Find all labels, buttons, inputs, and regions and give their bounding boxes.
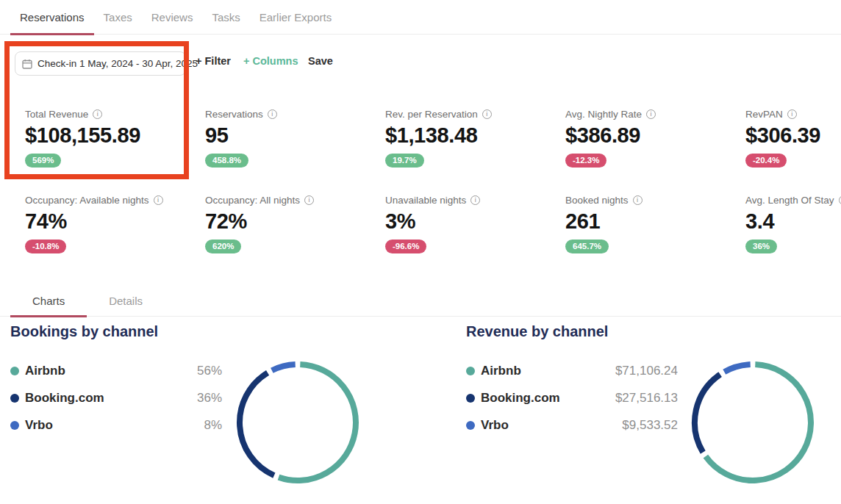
info-icon[interactable]: i <box>633 195 643 205</box>
kpi-card-occupancy-available-nights: Occupancy: Available nightsi74%-10.8% <box>25 195 205 253</box>
add-columns-button[interactable]: + Columns <box>243 55 298 67</box>
tab-tasks[interactable]: Tasks <box>202 0 249 35</box>
kpi-label: Booked nightsi <box>565 195 745 206</box>
add-filter-button[interactable]: + Filter <box>196 55 231 67</box>
kpi-trend-badge: 19.7% <box>385 154 424 168</box>
kpi-card-occupancy-all-nights: Occupancy: All nightsi72%620% <box>205 195 385 253</box>
kpi-value: $306.39 <box>745 123 841 148</box>
kpi-card-unavailable-nights: Unavailable nightsi3%-96.6% <box>385 195 565 253</box>
kpi-card-booked-nights: Booked nightsi261645.7% <box>565 195 745 253</box>
info-icon[interactable]: i <box>154 195 163 205</box>
donut-segment-airbnb[interactable] <box>706 364 811 480</box>
kpi-label: Rev. per Reservationi <box>385 109 565 120</box>
kpi-card-total-revenue: Total Revenuei$108,155.89569% <box>25 109 205 168</box>
kpi-trend-badge: 36% <box>745 240 777 253</box>
legend-dot <box>466 394 475 403</box>
kpi-value: 72% <box>205 209 385 234</box>
legend-item-airbnb: Airbnb56% <box>10 357 222 384</box>
kpi-label: Avg. Nightly Ratei <box>565 109 745 120</box>
legend-dot <box>10 421 19 430</box>
legend-label: Booking.com <box>25 391 104 406</box>
tab-reservations[interactable]: Reservations <box>10 0 94 35</box>
save-button[interactable]: Save <box>308 55 333 67</box>
kpi-value: $108,155.89 <box>25 123 205 148</box>
kpi-label-text: Total Revenue <box>25 109 88 120</box>
kpi-label-text: RevPAN <box>745 109 783 120</box>
kpi-trend-badge: -10.8% <box>25 240 66 253</box>
kpi-label: Occupancy: Available nightsi <box>25 195 205 206</box>
kpi-trend-badge: -20.4% <box>745 154 787 168</box>
kpi-label: RevPANi <box>745 109 841 120</box>
bookings-by-channel-title: Bookings by channel <box>10 323 158 340</box>
info-icon[interactable]: i <box>646 109 656 119</box>
kpi-row-2: Occupancy: Available nightsi74%-10.8%Occ… <box>25 195 841 253</box>
main-tabbar: ReservationsTaxesReviewsTasksEarlier Exp… <box>0 0 841 35</box>
legend-value: $27,516.13 <box>615 391 678 406</box>
legend-label: Airbnb <box>25 364 65 378</box>
donut-segment-booking-com[interactable] <box>240 372 274 475</box>
legend-value: $71,106.24 <box>615 364 678 378</box>
kpi-label-text: Reservations <box>205 109 263 120</box>
kpi-value: $386.89 <box>565 123 745 148</box>
tab-earlier-exports[interactable]: Earlier Exports <box>250 0 341 35</box>
bookings-by-channel-donut-chart[interactable] <box>233 358 362 487</box>
kpi-row-1: Total Revenuei$108,155.89569%Reservation… <box>25 109 841 168</box>
legend-item-booking-com: Booking.com$27,516.13 <box>466 384 678 411</box>
date-range-value: Check-in 1 May, 2024 - 30 Apr, 2025 <box>37 58 198 69</box>
legend-dot <box>10 367 19 375</box>
kpi-trend-badge: 458.8% <box>205 154 248 168</box>
info-icon[interactable]: i <box>268 109 277 119</box>
subtab-details[interactable]: Details <box>87 285 165 317</box>
kpi-trend-badge: 620% <box>205 240 241 253</box>
kpi-value: 74% <box>25 209 205 234</box>
info-icon[interactable]: i <box>304 195 314 205</box>
legend-label: Vrbo <box>25 418 53 433</box>
donut-segment-booking-com[interactable] <box>695 375 720 453</box>
kpi-label-text: Occupancy: All nights <box>205 195 300 206</box>
legend-value: 56% <box>197 364 222 378</box>
subtab-charts[interactable]: Charts <box>10 285 87 317</box>
tab-taxes[interactable]: Taxes <box>94 0 142 35</box>
revenue-by-channel-donut-chart[interactable] <box>688 358 817 487</box>
kpi-card-rev-per-reservation: Rev. per Reservationi$1,138.4819.7% <box>385 109 565 168</box>
legend-label: Booking.com <box>481 391 560 406</box>
kpi-trend-badge: 569% <box>25 154 61 168</box>
kpi-value: 3% <box>385 209 565 234</box>
date-range-input[interactable]: Check-in 1 May, 2024 - 30 Apr, 2025 <box>15 51 186 76</box>
kpi-card-revpan: RevPANi$306.39-20.4% <box>745 109 841 168</box>
kpi-card-avg-nightly-rate: Avg. Nightly Ratei$386.89-12.3% <box>565 109 745 168</box>
kpi-trend-badge: -96.6% <box>385 240 426 253</box>
kpi-label-text: Booked nights <box>565 195 629 206</box>
legend-dot <box>466 421 475 430</box>
info-icon[interactable]: i <box>839 195 841 205</box>
legend-label: Vrbo <box>481 418 509 433</box>
donut-segment-vrbo[interactable] <box>724 364 750 372</box>
tab-reviews[interactable]: Reviews <box>142 0 203 35</box>
legend-item-airbnb: Airbnb$71,106.24 <box>466 357 678 384</box>
info-icon[interactable]: i <box>787 109 797 119</box>
reservations-dashboard: ReservationsTaxesReviewsTasksEarlier Exp… <box>0 0 841 504</box>
kpi-label: Total Revenuei <box>25 109 205 120</box>
revenue-by-channel-legend: Airbnb$71,106.24Booking.com$27,516.13Vrb… <box>466 357 678 439</box>
kpi-card-avg-length-of-stay: Avg. Length Of Stayi3.436% <box>745 195 841 253</box>
info-icon[interactable]: i <box>470 195 480 205</box>
kpi-label: Reservationsi <box>205 109 385 120</box>
kpi-label-text: Unavailable nights <box>385 195 466 206</box>
info-icon[interactable]: i <box>482 109 492 119</box>
legend-value: $9,533.52 <box>622 418 678 433</box>
kpi-card-reservations: Reservationsi95458.8% <box>205 109 385 168</box>
revenue-by-channel-title: Revenue by channel <box>466 323 608 340</box>
info-icon[interactable]: i <box>93 109 102 119</box>
kpi-label: Unavailable nightsi <box>385 195 565 206</box>
kpi-label-text: Avg. Nightly Rate <box>565 109 642 120</box>
donut-segment-vrbo[interactable] <box>272 364 296 370</box>
kpi-value: 3.4 <box>745 209 841 234</box>
kpi-label-text: Avg. Length Of Stay <box>745 195 834 206</box>
kpi-label-text: Rev. per Reservation <box>385 109 478 120</box>
legend-item-booking-com: Booking.com36% <box>10 384 222 411</box>
kpi-value: 95 <box>205 123 385 148</box>
calendar-icon <box>22 59 32 69</box>
donut-segment-airbnb[interactable] <box>279 364 356 480</box>
legend-item-vrbo: Vrbo8% <box>10 411 222 439</box>
kpi-trend-badge: 645.7% <box>565 240 609 253</box>
